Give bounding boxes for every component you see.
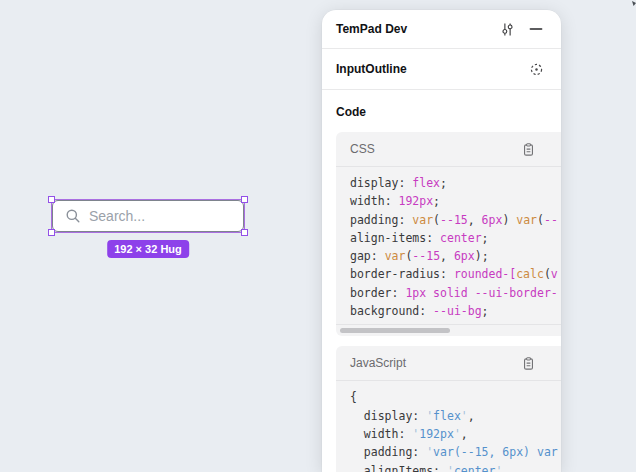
copy-clipboard-icon[interactable]: [519, 140, 537, 158]
code-line: {: [350, 388, 561, 406]
selected-node-row: InputOutline: [322, 49, 561, 90]
copy-clipboard-icon[interactable]: [519, 354, 537, 372]
javascript-code-area[interactable]: { display: 'flex', width: '192px', paddi…: [336, 381, 561, 472]
code-section-label: Code: [322, 90, 561, 132]
code-line: width: 192px;: [350, 192, 561, 210]
size-badge: 192 × 32 Hug: [107, 240, 189, 258]
css-code-area[interactable]: display: flex;width: 192px;padding: var(…: [336, 167, 561, 324]
sliders-icon[interactable]: [498, 20, 516, 38]
node-name: InputOutline: [336, 62, 527, 76]
locate-crosshair-icon[interactable]: [527, 60, 545, 78]
code-line: width: '192px',: [350, 425, 561, 443]
javascript-block-title: JavaScript: [350, 356, 519, 370]
cursor-artifact: [632, 1, 636, 6]
selection-handle-bottom-left[interactable]: [48, 229, 55, 236]
selection-handle-top-left[interactable]: [48, 196, 55, 203]
css-block-header: CSS: [336, 132, 561, 167]
selection-handle-top-right[interactable]: [241, 196, 248, 203]
javascript-block-header: JavaScript: [336, 346, 561, 381]
selected-component[interactable]: Search... 192 × 32 Hug: [52, 200, 244, 232]
code-line: align-items: center;: [350, 229, 561, 247]
code-line: border-radius: rounded-[calc(v: [350, 265, 561, 283]
selection-handle-bottom-right[interactable]: [241, 229, 248, 236]
minimize-icon[interactable]: [527, 20, 545, 38]
code-line: padding: var(--15, 6px) var(--: [350, 211, 561, 229]
code-line: display: flex;: [350, 174, 561, 192]
code-line: background: --ui-bg;: [350, 302, 561, 320]
selection-outline[interactable]: [51, 199, 245, 233]
javascript-code-block: JavaScript { display: 'flex', width: '19…: [336, 346, 561, 472]
css-block-title: CSS: [350, 142, 519, 156]
css-horizontal-scrollbar[interactable]: [336, 324, 561, 336]
code-line: alignItems: 'center',: [350, 462, 561, 472]
code-line: padding: 'var(--15, 6px) var: [350, 443, 561, 461]
css-scrollbar-thumb[interactable]: [340, 328, 450, 333]
code-line: display: 'flex',: [350, 407, 561, 425]
panel-header: TemPad Dev: [322, 10, 561, 49]
code-line: gap: var(--15, 6px);: [350, 247, 561, 265]
panel-title: TemPad Dev: [336, 22, 498, 36]
tempad-dev-panel: TemPad Dev InputOutline Code CSS: [322, 10, 561, 472]
css-code-block: CSS display: flex;width: 192px;padding: …: [336, 132, 561, 336]
code-line: border: 1px solid --ui-border-: [350, 284, 561, 302]
